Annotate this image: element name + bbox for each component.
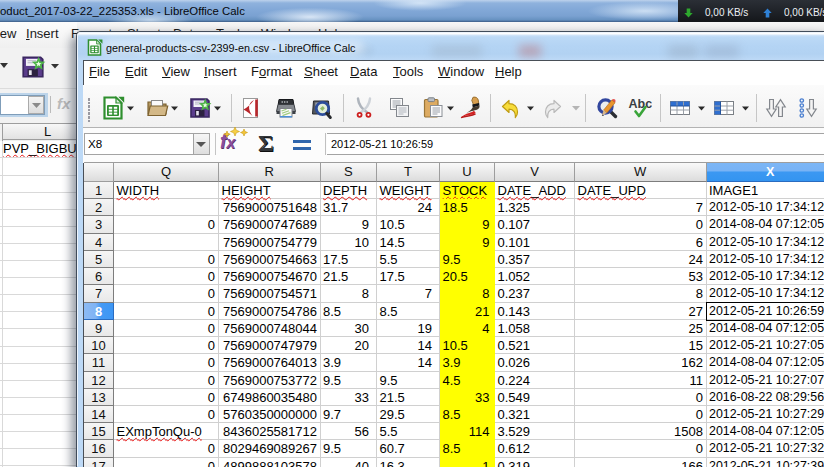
svg-text:Abc: Abc — [629, 97, 653, 111]
